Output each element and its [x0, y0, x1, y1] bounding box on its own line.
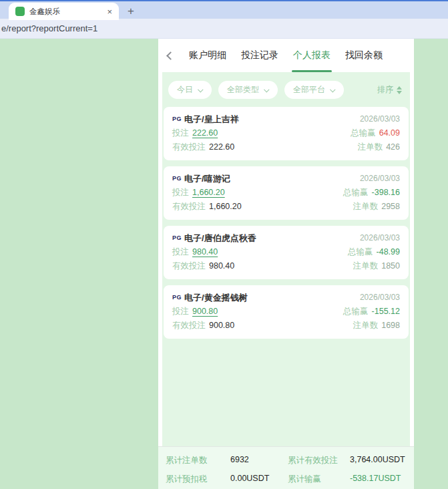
report-panel: 账户明细 投注记录 个人报表 找回余额 今日 全部类型 全部平台 排序: [158, 39, 414, 489]
valid-bet-value: 980.40: [209, 260, 234, 273]
sort-button[interactable]: 排序: [377, 84, 404, 96]
bet-label: 投注: [172, 186, 189, 199]
winloss-value: -48.99: [377, 246, 400, 259]
bet-count-label: 注单数: [358, 141, 383, 154]
valid-bet-label: 有效投注: [172, 319, 206, 332]
winloss-value: 64.09: [379, 127, 400, 140]
summary-label: 累计输赢: [288, 474, 350, 485]
sort-arrows-icon: [397, 86, 402, 94]
summary-label: 累计注单数: [166, 455, 230, 466]
summary-bar: 累计注单数 6932 累计有效投注 3,764.00USDT 累计预扣税 0.0…: [158, 446, 414, 489]
report-card-list: PG 电子/皇上吉祥 2026/03/03 投注 222.60 总输赢 64.0…: [164, 107, 409, 345]
provider-logo: PG: [172, 172, 182, 185]
winloss-label: 总输赢: [348, 246, 373, 259]
bet-amount-link[interactable]: 980.40: [192, 246, 218, 259]
browser-tab[interactable]: 金鑫娱乐 ×: [9, 3, 119, 20]
provider-logo: PG: [172, 232, 182, 244]
game-name: 电子/唐伯虎点秋香: [184, 232, 256, 244]
report-card[interactable]: PG 电子/黄金摇钱树 2026/03/03 投注 900.80 总输赢 -15…: [164, 285, 409, 339]
browser-tab-bar: 金鑫娱乐 × +: [0, 0, 448, 19]
tab-account-detail[interactable]: 账户明细: [182, 39, 234, 72]
summary-value: -538.17USDT: [350, 474, 414, 485]
address-bar[interactable]: e/report?reportCurrent=1: [0, 19, 448, 39]
report-nav: 账户明细 投注记录 个人报表 找回余额: [158, 39, 414, 72]
bet-count-value: 426: [386, 141, 400, 154]
tab-retrieve-balance[interactable]: 找回余额: [338, 39, 390, 72]
chevron-down-icon: [264, 87, 269, 92]
filter-platform-label: 全部平台: [293, 84, 325, 96]
bet-amount-link[interactable]: 1,660.20: [192, 186, 225, 199]
tab-personal-report[interactable]: 个人报表: [286, 39, 338, 72]
url-text: e/report?reportCurrent=1: [0, 23, 97, 33]
bet-label: 投注: [172, 127, 189, 140]
filter-type[interactable]: 全部类型: [218, 81, 278, 99]
report-card[interactable]: PG 电子/嘻游记 2026/03/03 投注 1,660.20 总输赢 -39…: [164, 166, 409, 220]
summary-value: 0.00USDT: [230, 474, 288, 485]
filter-type-label: 全部类型: [227, 84, 259, 96]
filter-date-label: 今日: [177, 84, 193, 96]
bet-count-value: 2958: [381, 200, 400, 213]
tab-title: 金鑫娱乐: [29, 7, 105, 17]
provider-logo: PG: [172, 113, 182, 126]
card-date: 2026/03/03: [360, 172, 400, 185]
card-date: 2026/03/03: [360, 113, 400, 126]
tab-close-icon[interactable]: ×: [105, 7, 114, 16]
sort-label: 排序: [377, 84, 393, 96]
summary-value: 3,764.00USDT: [350, 455, 414, 466]
bet-count-value: 1698: [381, 319, 400, 332]
winloss-label: 总输赢: [351, 127, 376, 140]
site-favicon: [15, 7, 25, 16]
game-name: 电子/嘻游记: [184, 172, 230, 185]
chevron-down-icon: [198, 87, 203, 92]
chevron-down-icon: [330, 87, 335, 92]
bet-label: 投注: [172, 305, 189, 318]
report-body: 今日 全部类型 全部平台 排序 PG 电子/皇上吉祥: [162, 72, 410, 446]
winloss-label: 总输赢: [343, 305, 369, 318]
game-name: 电子/皇上吉祥: [184, 113, 239, 126]
winloss-label: 总输赢: [343, 186, 369, 199]
bet-count-label: 注单数: [353, 260, 379, 273]
valid-bet-value: 1,660.20: [209, 200, 242, 213]
report-card[interactable]: PG 电子/皇上吉祥 2026/03/03 投注 222.60 总输赢 64.0…: [164, 107, 409, 160]
winloss-value: -398.16: [372, 186, 400, 199]
valid-bet-label: 有效投注: [172, 260, 206, 273]
bet-count-value: 1850: [381, 260, 400, 273]
filter-platform[interactable]: 全部平台: [284, 81, 344, 99]
chevron-left-icon: [166, 51, 175, 60]
filter-date[interactable]: 今日: [168, 81, 212, 99]
bet-count-label: 注单数: [353, 200, 379, 213]
bet-count-label: 注单数: [353, 319, 379, 332]
report-card[interactable]: PG 电子/唐伯虎点秋香 2026/03/03 投注 980.40 总输赢 -4…: [164, 226, 409, 279]
valid-bet-label: 有效投注: [172, 200, 206, 213]
tab-bet-records[interactable]: 投注记录: [234, 39, 286, 72]
new-tab-button[interactable]: +: [122, 3, 140, 20]
provider-logo: PG: [172, 291, 182, 304]
summary-label: 累计预扣税: [166, 474, 230, 485]
filter-row: 今日 全部类型 全部平台 排序: [164, 72, 409, 107]
bet-amount-link[interactable]: 222.60: [192, 127, 218, 140]
valid-bet-label: 有效投注: [172, 141, 206, 154]
bet-amount-link[interactable]: 900.80: [192, 305, 218, 318]
card-date: 2026/03/03: [360, 291, 400, 304]
summary-value: 6932: [230, 455, 288, 466]
valid-bet-value: 222.60: [209, 141, 234, 154]
back-button[interactable]: [168, 39, 174, 72]
summary-label: 累计有效投注: [288, 455, 350, 466]
card-date: 2026/03/03: [360, 232, 400, 244]
winloss-value: -155.12: [372, 305, 400, 318]
game-name: 电子/黄金摇钱树: [184, 291, 248, 304]
valid-bet-value: 900.80: [209, 319, 234, 332]
bet-label: 投注: [172, 246, 189, 259]
